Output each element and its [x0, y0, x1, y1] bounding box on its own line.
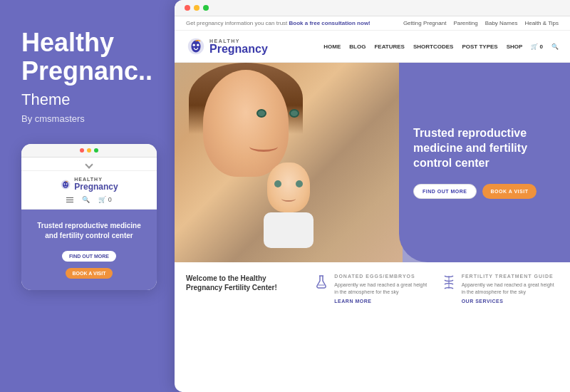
logo-text-group: HEALTHY Pregnancy — [209, 38, 268, 55]
mobile-hero: Trusted reproductive medicine and fertil… — [21, 210, 157, 290]
nav-health-tips[interactable]: Health & Tips — [524, 20, 559, 26]
promo-link[interactable]: Book a free consultation now! — [289, 20, 370, 26]
dna-icon — [440, 274, 457, 291]
mobile-book-button[interactable]: BOOK A VISIT — [66, 268, 113, 279]
cart-icon[interactable]: 🛒 0 — [98, 196, 112, 203]
nav-cart[interactable]: 🛒 0 — [531, 43, 543, 50]
theme-subtitle: Theme — [21, 91, 153, 109]
baby-area — [253, 163, 324, 248]
hero-right-panel: Trusted reproductive medicine and fertil… — [399, 63, 570, 262]
eye-right — [289, 109, 299, 118]
mobile-dot-green — [94, 148, 98, 153]
donated-eggs-row: DONATED EGGS/EMBRYOS Apparently we had r… — [313, 274, 431, 304]
theme-by: By cmsmasters — [21, 113, 153, 124]
chevron-down-icon — [85, 161, 93, 169]
svg-point-2 — [66, 183, 68, 185]
desktop-dot-yellow — [194, 5, 200, 11]
welcome-title: Welcome to the Healthy Pregnancy Fertili… — [186, 274, 304, 292]
svg-point-5 — [197, 43, 199, 46]
mobile-logo-icon — [60, 179, 71, 190]
mobile-mockup: HEALTHY Pregnancy 🔍 🛒 0 Trusted reproduc… — [21, 144, 157, 290]
hero-image — [175, 63, 403, 262]
nav-post-types[interactable]: POST TYPES — [462, 43, 497, 50]
learn-more-link[interactable]: LEARN MORE — [334, 299, 431, 304]
mobile-top-bar — [21, 144, 157, 158]
mobile-nav: HEALTHY Pregnancy 🔍 🛒 0 — [21, 171, 157, 210]
find-out-more-button[interactable]: FIND OUT MORE — [413, 184, 477, 199]
mobile-dot-yellow — [87, 148, 91, 153]
fertility-guide-row: FERTILITY TREATMENT GUIDE Apparently we … — [440, 274, 559, 304]
flask-icon — [313, 274, 330, 291]
desktop-dot-green — [203, 5, 209, 11]
baby-eye-left — [274, 180, 281, 187]
mobile-find-button[interactable]: FIND OUT MORE — [62, 251, 116, 262]
nav-baby-names[interactable]: Baby Names — [485, 20, 518, 26]
bottom-col-welcome: Welcome to the Healthy Pregnancy Fertili… — [186, 274, 304, 366]
hamburger-icon[interactable] — [66, 197, 73, 202]
svg-point-4 — [193, 43, 195, 46]
main-nav-links: HOME BLOG FEATURES SHORTCODES POST TYPES… — [323, 43, 559, 50]
promo-text: Get pregnancy information you can trust … — [186, 20, 370, 26]
logo-icon — [186, 36, 206, 56]
baby-eye-right — [296, 180, 303, 187]
our-services-link[interactable]: OUR SERVICES — [462, 299, 559, 304]
mobile-icons-row: 🔍 🛒 0 — [66, 196, 112, 203]
nav-parenting[interactable]: Parenting — [453, 20, 477, 26]
fertility-guide-text: FERTILITY TREATMENT GUIDE Apparently we … — [462, 274, 559, 304]
hero-heading: Trusted reproductive medicine and fertil… — [413, 126, 556, 170]
desktop-mockup: Get pregnancy information you can trust … — [175, 0, 570, 392]
mobile-hero-text: Trusted reproductive medicine and fertil… — [31, 221, 147, 241]
mobile-window-controls — [80, 148, 98, 153]
bottom-col-fertility-guide: FERTILITY TREATMENT GUIDE Apparently we … — [440, 274, 559, 366]
main-nav: HEALTHY Pregnancy HOME BLOG FEATURES SHO… — [175, 31, 570, 63]
hero-photo — [175, 63, 403, 262]
donated-eggs-desc: Apparently we had reached a great height… — [334, 282, 431, 296]
baby-mouth — [281, 196, 296, 202]
mother-smile — [249, 141, 278, 152]
nav-home[interactable]: HOME — [323, 43, 341, 50]
nav-shortcodes[interactable]: SHORTCODES — [413, 43, 453, 50]
mobile-dropdown-bar — [21, 158, 157, 171]
search-icon[interactable]: 🔍 — [82, 196, 90, 203]
nav-blog[interactable]: BLOG — [349, 43, 366, 50]
desktop-window-controls — [175, 0, 570, 16]
fertility-guide-desc: Apparently we had reached a great height… — [462, 282, 559, 296]
mobile-logo: HEALTHY Pregnancy — [60, 177, 118, 192]
nav-getting-pregnant[interactable]: Getting Pregnant — [403, 20, 446, 26]
donated-eggs-text: DONATED EGGS/EMBRYOS Apparently we had r… — [334, 274, 431, 304]
left-panel: Healthy Pregnanc.. Theme By cmsmasters — [0, 0, 175, 392]
baby-face — [267, 163, 310, 212]
promo-nav-links: Getting Pregnant Parenting Baby Names He… — [403, 20, 559, 26]
desktop-dot-red — [185, 5, 190, 11]
mother-face — [203, 70, 289, 177]
eye-left — [256, 109, 266, 118]
theme-title: Healthy Pregnanc.. — [21, 29, 153, 85]
fertility-guide-label: FERTILITY TREATMENT GUIDE — [462, 274, 559, 279]
logo-area: HEALTHY Pregnancy — [186, 36, 268, 56]
nav-shop[interactable]: SHOP — [507, 43, 523, 50]
mobile-logo-text: HEALTHY Pregnancy — [74, 177, 118, 192]
bottom-col-donated-eggs: DONATED EGGS/EMBRYOS Apparently we had r… — [313, 274, 431, 366]
nav-search[interactable]: 🔍 — [551, 43, 559, 50]
mother-eyes — [256, 109, 299, 118]
baby-body — [264, 212, 314, 248]
hero-section: Trusted reproductive medicine and fertil… — [175, 63, 570, 262]
promo-bar: Get pregnancy information you can trust … — [175, 16, 570, 31]
donated-eggs-label: DONATED EGGS/EMBRYOS — [334, 274, 431, 279]
hero-buttons: FIND OUT MORE BOOK A VISIT — [413, 184, 556, 199]
nav-features[interactable]: FEATURES — [374, 43, 405, 50]
book-visit-button[interactable]: BOOK A VISIT — [482, 184, 537, 199]
bottom-section: Welcome to the Healthy Pregnancy Fertili… — [175, 262, 570, 378]
mobile-dot-red — [80, 148, 84, 153]
svg-point-1 — [64, 183, 66, 185]
